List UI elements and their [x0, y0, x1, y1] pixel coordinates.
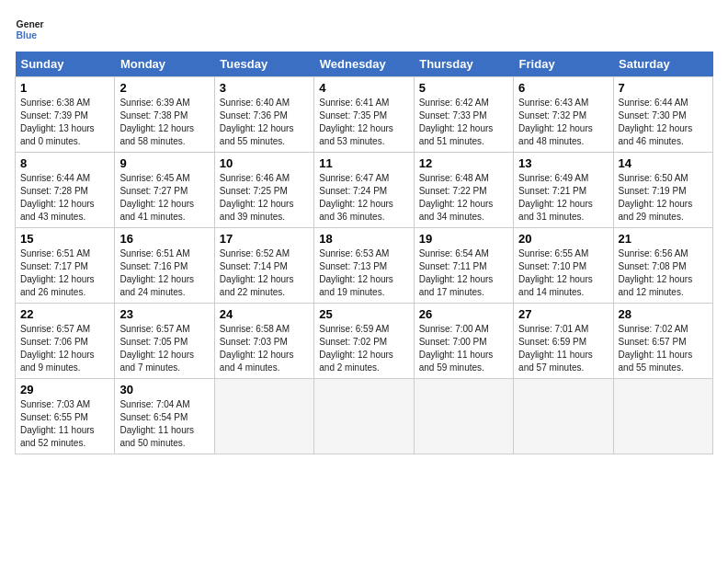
- day-info: Sunrise: 7:03 AM Sunset: 6:55 PM Dayligh…: [20, 398, 109, 450]
- calendar-day: 5 Sunrise: 6:42 AM Sunset: 7:33 PM Dayli…: [414, 77, 513, 153]
- day-number: 1: [20, 81, 109, 95]
- day-number: 28: [619, 307, 708, 321]
- day-info: Sunrise: 6:57 AM Sunset: 7:05 PM Dayligh…: [119, 323, 209, 374]
- calendar-day: 23 Sunrise: 6:57 AM Sunset: 7:05 PM Dayl…: [115, 304, 214, 379]
- day-info: Sunrise: 6:44 AM Sunset: 7:28 PM Dayligh…: [20, 172, 109, 224]
- calendar-day: 3 Sunrise: 6:40 AM Sunset: 7:36 PM Dayli…: [214, 77, 313, 153]
- calendar-day: 6 Sunrise: 6:43 AM Sunset: 7:32 PM Dayli…: [514, 77, 613, 153]
- empty-cell: [414, 379, 513, 454]
- calendar-day: 20 Sunrise: 6:55 AM Sunset: 7:10 PM Dayl…: [514, 228, 613, 304]
- weekday-header: Wednesday: [314, 52, 414, 77]
- day-info: Sunrise: 7:01 AM Sunset: 6:59 PM Dayligh…: [518, 323, 608, 374]
- day-number: 25: [319, 307, 408, 321]
- day-info: Sunrise: 6:50 AM Sunset: 7:19 PM Dayligh…: [619, 172, 708, 224]
- calendar-day: 13 Sunrise: 6:49 AM Sunset: 7:21 PM Dayl…: [514, 153, 613, 228]
- weekday-header: Thursday: [414, 52, 513, 77]
- day-number: 14: [619, 156, 708, 170]
- calendar-day: 27 Sunrise: 7:01 AM Sunset: 6:59 PM Dayl…: [514, 304, 613, 379]
- day-info: Sunrise: 6:54 AM Sunset: 7:11 PM Dayligh…: [419, 247, 508, 299]
- svg-text:General: General: [17, 19, 44, 29]
- day-info: Sunrise: 6:47 AM Sunset: 7:24 PM Dayligh…: [319, 172, 408, 224]
- calendar-day: 11 Sunrise: 6:47 AM Sunset: 7:24 PM Dayl…: [314, 153, 414, 228]
- day-number: 19: [419, 232, 508, 246]
- day-number: 12: [419, 156, 508, 170]
- calendar-day: 29 Sunrise: 7:03 AM Sunset: 6:55 PM Dayl…: [16, 379, 115, 454]
- empty-cell: [214, 379, 313, 454]
- calendar-day: 24 Sunrise: 6:58 AM Sunset: 7:03 PM Dayl…: [214, 304, 313, 379]
- calendar-day: 8 Sunrise: 6:44 AM Sunset: 7:28 PM Dayli…: [16, 153, 115, 228]
- svg-text:Blue: Blue: [17, 30, 38, 40]
- day-number: 2: [119, 81, 209, 95]
- calendar-day: 17 Sunrise: 6:52 AM Sunset: 7:14 PM Dayl…: [214, 228, 313, 304]
- empty-cell: [314, 379, 414, 454]
- day-number: 5: [419, 81, 508, 95]
- calendar-day: 16 Sunrise: 6:51 AM Sunset: 7:16 PM Dayl…: [115, 228, 214, 304]
- day-number: 11: [319, 156, 408, 170]
- day-number: 10: [220, 156, 309, 170]
- calendar-day: 21 Sunrise: 6:56 AM Sunset: 7:08 PM Dayl…: [613, 228, 712, 304]
- day-number: 22: [20, 307, 109, 321]
- day-info: Sunrise: 6:58 AM Sunset: 7:03 PM Dayligh…: [220, 323, 309, 374]
- calendar-day: 4 Sunrise: 6:41 AM Sunset: 7:35 PM Dayli…: [314, 77, 414, 153]
- calendar-day: 22 Sunrise: 6:57 AM Sunset: 7:06 PM Dayl…: [16, 304, 115, 379]
- day-info: Sunrise: 6:51 AM Sunset: 7:16 PM Dayligh…: [119, 247, 209, 299]
- day-number: 8: [20, 156, 109, 170]
- calendar-day: 1 Sunrise: 6:38 AM Sunset: 7:39 PM Dayli…: [16, 77, 115, 153]
- weekday-header: Tuesday: [214, 52, 313, 77]
- day-info: Sunrise: 6:45 AM Sunset: 7:27 PM Dayligh…: [119, 172, 209, 224]
- calendar-day: 19 Sunrise: 6:54 AM Sunset: 7:11 PM Dayl…: [414, 228, 513, 304]
- calendar-day: 10 Sunrise: 6:46 AM Sunset: 7:25 PM Dayl…: [214, 153, 313, 228]
- day-info: Sunrise: 6:41 AM Sunset: 7:35 PM Dayligh…: [319, 97, 408, 148]
- day-info: Sunrise: 6:39 AM Sunset: 7:38 PM Dayligh…: [119, 97, 209, 148]
- weekday-header: Monday: [115, 52, 214, 77]
- weekday-header: Sunday: [16, 52, 115, 77]
- day-number: 7: [619, 81, 708, 95]
- day-info: Sunrise: 7:00 AM Sunset: 7:00 PM Dayligh…: [419, 323, 508, 374]
- calendar-day: 9 Sunrise: 6:45 AM Sunset: 7:27 PM Dayli…: [115, 153, 214, 228]
- day-number: 27: [518, 307, 608, 321]
- calendar-day: 26 Sunrise: 7:00 AM Sunset: 7:00 PM Dayl…: [414, 304, 513, 379]
- day-info: Sunrise: 6:40 AM Sunset: 7:36 PM Dayligh…: [220, 97, 309, 148]
- page-header: General Blue: [15, 15, 713, 44]
- calendar-day: 15 Sunrise: 6:51 AM Sunset: 7:17 PM Dayl…: [16, 228, 115, 304]
- calendar-day: 12 Sunrise: 6:48 AM Sunset: 7:22 PM Dayl…: [414, 153, 513, 228]
- day-number: 24: [220, 307, 309, 321]
- day-info: Sunrise: 6:44 AM Sunset: 7:30 PM Dayligh…: [619, 97, 708, 148]
- calendar-day: 2 Sunrise: 6:39 AM Sunset: 7:38 PM Dayli…: [115, 77, 214, 153]
- day-info: Sunrise: 6:46 AM Sunset: 7:25 PM Dayligh…: [220, 172, 309, 224]
- logo: General Blue: [15, 15, 44, 44]
- calendar-day: 25 Sunrise: 6:59 AM Sunset: 7:02 PM Dayl…: [314, 304, 414, 379]
- day-info: Sunrise: 6:57 AM Sunset: 7:06 PM Dayligh…: [20, 323, 109, 374]
- day-number: 16: [119, 232, 209, 246]
- day-number: 17: [220, 232, 309, 246]
- day-number: 23: [119, 307, 209, 321]
- weekday-header: Saturday: [613, 52, 712, 77]
- day-number: 18: [319, 232, 408, 246]
- day-info: Sunrise: 6:49 AM Sunset: 7:21 PM Dayligh…: [518, 172, 608, 224]
- calendar-day: 14 Sunrise: 6:50 AM Sunset: 7:19 PM Dayl…: [613, 153, 712, 228]
- day-info: Sunrise: 6:56 AM Sunset: 7:08 PM Dayligh…: [619, 247, 708, 299]
- calendar-table: SundayMondayTuesdayWednesdayThursdayFrid…: [15, 52, 713, 454]
- day-number: 30: [119, 383, 209, 396]
- day-number: 4: [319, 81, 408, 95]
- day-info: Sunrise: 6:42 AM Sunset: 7:33 PM Dayligh…: [419, 97, 508, 148]
- day-info: Sunrise: 7:04 AM Sunset: 6:54 PM Dayligh…: [119, 398, 209, 450]
- day-number: 9: [119, 156, 209, 170]
- day-number: 15: [20, 232, 109, 246]
- day-number: 26: [419, 307, 508, 321]
- calendar-day: 7 Sunrise: 6:44 AM Sunset: 7:30 PM Dayli…: [613, 77, 712, 153]
- day-number: 3: [220, 81, 309, 95]
- calendar-day: 30 Sunrise: 7:04 AM Sunset: 6:54 PM Dayl…: [115, 379, 214, 454]
- day-info: Sunrise: 6:38 AM Sunset: 7:39 PM Dayligh…: [20, 97, 109, 148]
- logo-icon: General Blue: [15, 15, 44, 44]
- weekday-header: Friday: [514, 52, 613, 77]
- day-number: 13: [518, 156, 608, 170]
- day-info: Sunrise: 6:55 AM Sunset: 7:10 PM Dayligh…: [518, 247, 608, 299]
- day-number: 20: [518, 232, 608, 246]
- day-info: Sunrise: 6:51 AM Sunset: 7:17 PM Dayligh…: [20, 247, 109, 299]
- day-info: Sunrise: 6:43 AM Sunset: 7:32 PM Dayligh…: [518, 97, 608, 148]
- empty-cell: [514, 379, 613, 454]
- day-number: 21: [619, 232, 708, 246]
- day-info: Sunrise: 6:48 AM Sunset: 7:22 PM Dayligh…: [419, 172, 508, 224]
- calendar-day: 18 Sunrise: 6:53 AM Sunset: 7:13 PM Dayl…: [314, 228, 414, 304]
